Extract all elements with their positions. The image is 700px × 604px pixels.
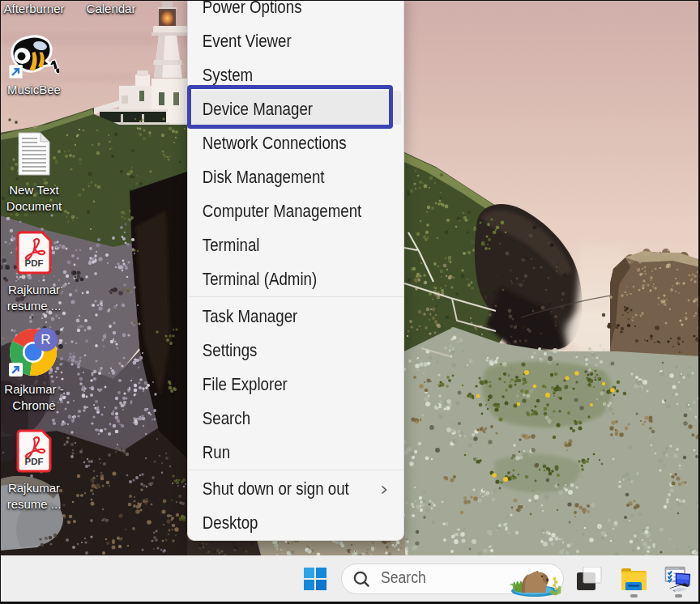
- svg-text:PDF: PDF: [25, 457, 44, 466]
- svg-text:PDF: PDF: [25, 258, 44, 268]
